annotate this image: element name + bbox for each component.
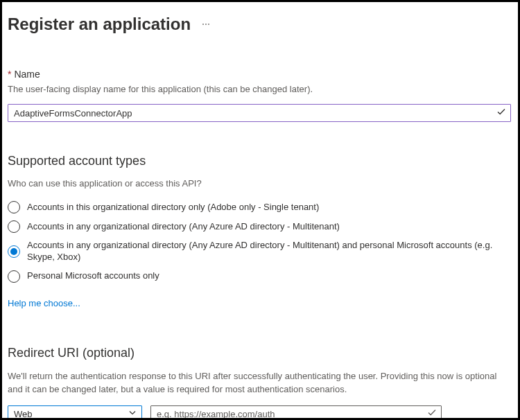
platform-select[interactable]: Web	[8, 405, 142, 420]
account-type-option-multitenant-personal[interactable]: Accounts in any organizational directory…	[8, 240, 517, 263]
account-type-option-single-tenant[interactable]: Accounts in this organizational director…	[8, 201, 517, 213]
name-label-text: Name	[14, 69, 40, 80]
title-row: Register an application ⋯	[8, 15, 517, 34]
account-type-option-personal-only[interactable]: Personal Microsoft accounts only	[8, 270, 517, 283]
name-label: *Name	[8, 69, 517, 80]
account-types-heading: Supported account types	[8, 154, 517, 168]
radio-icon	[8, 220, 20, 233]
page-title: Register an application	[8, 15, 191, 34]
required-indicator: *	[8, 69, 11, 80]
radio-icon	[8, 201, 20, 213]
radio-label: Accounts in any organizational directory…	[27, 240, 517, 263]
account-types-radio-group: Accounts in this organizational director…	[8, 201, 517, 283]
radio-label: Accounts in any organizational directory…	[27, 221, 340, 233]
name-help-text: The user-facing display name for this ap…	[8, 84, 517, 94]
more-actions-button[interactable]: ⋯	[202, 19, 211, 29]
redirect-uri-input[interactable]	[150, 405, 442, 420]
help-me-choose-link[interactable]: Help me choose...	[8, 298, 80, 308]
radio-label: Personal Microsoft accounts only	[27, 270, 159, 282]
radio-icon	[8, 245, 20, 258]
radio-label: Accounts in this organizational director…	[27, 202, 319, 213]
name-input[interactable]	[8, 104, 511, 122]
radio-icon	[8, 270, 20, 283]
platform-selected-value: Web	[14, 409, 33, 419]
redirect-uri-description: We'll return the authentication response…	[8, 370, 511, 396]
redirect-uri-heading: Redirect URI (optional)	[8, 346, 517, 360]
account-types-question: Who can use this application or access t…	[8, 178, 517, 189]
account-type-option-multitenant[interactable]: Accounts in any organizational directory…	[8, 220, 517, 233]
